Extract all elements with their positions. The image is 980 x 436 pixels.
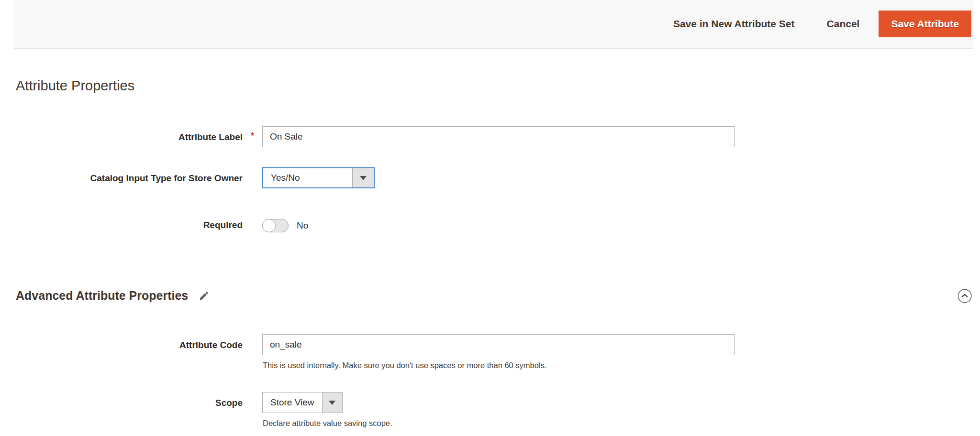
catalog-input-type-select[interactable]: Yes/No — [262, 167, 375, 188]
scope-value: Store View — [263, 392, 322, 413]
scope-label: Scope — [14, 392, 243, 408]
advanced-properties-title: Advanced Attribute Properties — [16, 288, 188, 304]
attribute-label-label: Attribute Label — [14, 126, 243, 142]
edit-pencil-icon[interactable] — [199, 290, 210, 301]
page-actions-toolbar: Save in New Attribute Set Cancel Save At… — [14, 0, 973, 49]
required-row: Required No — [14, 219, 973, 232]
section-divider — [14, 105, 973, 105]
required-toggle-state: No — [297, 220, 308, 231]
advanced-section-header: Advanced Attribute Properties — [14, 288, 973, 304]
new-attribute-page: Save in New Attribute Set Cancel Save At… — [0, 0, 980, 428]
attribute-code-input[interactable] — [262, 334, 735, 355]
collapse-chevron-up-icon[interactable] — [957, 288, 972, 304]
catalog-input-type-field: Yes/No — [262, 167, 973, 188]
attribute-properties-title: Attribute Properties — [16, 77, 973, 94]
cancel-button[interactable]: Cancel — [827, 18, 860, 30]
catalog-input-type-row: Catalog Input Type for Store Owner Yes/N… — [14, 167, 973, 188]
attribute-label-row: Attribute Label * — [14, 126, 973, 147]
attribute-label-input[interactable] — [262, 126, 735, 147]
required-mark-zone: * — [243, 126, 262, 141]
required-label: Required — [14, 219, 243, 230]
attribute-code-note: This is used internally. Make sure you d… — [262, 360, 973, 370]
attribute-label-field — [262, 126, 973, 147]
required-field: No — [262, 219, 973, 232]
save-in-new-attribute-set-button[interactable]: Save in New Attribute Set — [673, 18, 795, 30]
scope-note: Declare attribute value saving scope. — [262, 418, 973, 428]
attribute-code-field: This is used internally. Make sure you d… — [262, 334, 973, 370]
required-toggle[interactable] — [262, 219, 289, 232]
toggle-knob — [262, 219, 276, 232]
required-asterisk: * — [251, 131, 254, 141]
scope-select[interactable]: Store View — [262, 392, 343, 413]
attribute-code-label: Attribute Code — [14, 334, 243, 350]
attribute-form: Attribute Properties Attribute Label * C… — [14, 77, 973, 428]
catalog-input-type-label: Catalog Input Type for Store Owner — [14, 167, 243, 184]
scope-field: Store View Declare attribute value savin… — [262, 392, 973, 428]
attribute-code-row: Attribute Code This is used internally. … — [14, 334, 973, 370]
save-attribute-button[interactable]: Save Attribute — [879, 11, 971, 37]
catalog-input-type-value: Yes/No — [263, 168, 352, 187]
dropdown-caret-icon[interactable] — [352, 168, 374, 187]
dropdown-caret-icon[interactable] — [322, 392, 342, 413]
scope-row: Scope Store View Declare attribute value… — [14, 392, 973, 428]
